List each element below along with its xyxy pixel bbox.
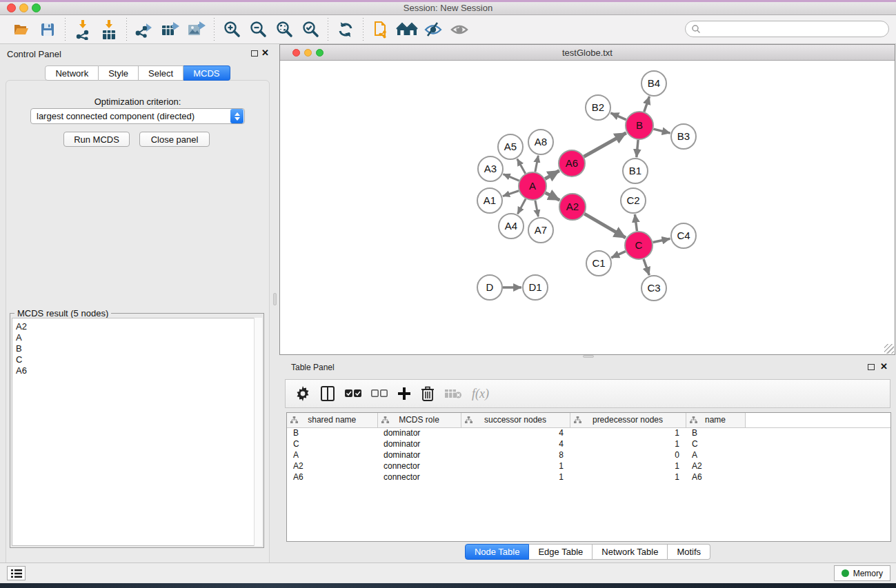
cell-successor-nodes[interactable]: 4 xyxy=(461,427,570,438)
column-header-shared-name[interactable]: shared name xyxy=(287,413,377,427)
column-header-successor-nodes[interactable]: successor nodes xyxy=(461,413,570,427)
float-panel-icon[interactable] xyxy=(251,50,258,57)
tab-network[interactable]: Network xyxy=(45,65,99,81)
cell-predecessor-nodes[interactable]: 0 xyxy=(570,449,686,460)
cell-successor-nodes[interactable]: 8 xyxy=(461,449,570,460)
edge-B-B4[interactable] xyxy=(644,97,650,112)
edge-C-C4[interactable] xyxy=(653,239,670,242)
cell-MCDS-role[interactable]: connector xyxy=(377,472,461,483)
cell-shared-name[interactable]: C xyxy=(287,438,377,449)
table-settings-gear-icon[interactable] xyxy=(295,383,310,404)
mcds-result-item[interactable]: B xyxy=(16,343,255,354)
tab-select[interactable]: Select xyxy=(139,65,183,81)
mcds-result-item[interactable]: C xyxy=(16,354,255,365)
cell-predecessor-nodes[interactable]: 1 xyxy=(570,472,686,483)
mcds-result-list[interactable]: A2ABCA6 xyxy=(12,318,255,546)
cell-successor-nodes[interactable]: 1 xyxy=(461,472,570,483)
deselect-all-rows-icon[interactable] xyxy=(371,383,388,404)
mcds-result-item[interactable]: A2 xyxy=(16,321,255,332)
edge-A6-B[interactable] xyxy=(584,133,626,156)
mcds-list-scrollbar[interactable] xyxy=(254,318,262,546)
save-session-icon[interactable] xyxy=(34,17,61,42)
cell-name[interactable]: A6 xyxy=(686,472,745,483)
table-row[interactable]: Adominator80A xyxy=(287,449,891,460)
cell-shared-name[interactable]: A xyxy=(287,449,377,460)
node-table[interactable]: shared nameMCDS rolesuccessor nodesprede… xyxy=(287,413,891,483)
edge-A-A5[interactable] xyxy=(517,159,526,173)
cell-name[interactable]: C xyxy=(686,438,745,449)
table-row[interactable]: A2connector11A2 xyxy=(287,460,891,472)
column-header-predecessor-nodes[interactable]: predecessor nodes xyxy=(570,413,686,427)
import-table-icon[interactable] xyxy=(96,17,122,42)
edge-A-A8[interactable] xyxy=(535,156,538,172)
cell-shared-name[interactable]: A6 xyxy=(287,472,377,483)
edge-A-A2[interactable] xyxy=(546,193,560,201)
search-field[interactable] xyxy=(685,21,889,37)
zoom-fit-icon[interactable] xyxy=(271,17,297,42)
cell-shared-name[interactable]: A2 xyxy=(287,460,377,472)
edge-B-B2[interactable] xyxy=(610,113,626,120)
column-header-name[interactable]: name xyxy=(686,413,745,427)
tab-network-table[interactable]: Network Table xyxy=(593,544,668,560)
delete-column-trash-icon[interactable] xyxy=(421,383,435,404)
task-history-button[interactable] xyxy=(7,566,26,580)
close-panel-button[interactable]: Close panel xyxy=(139,132,210,147)
tab-mcds[interactable]: MCDS xyxy=(183,65,230,81)
new-network-from-file-icon[interactable] xyxy=(368,17,394,42)
cell-successor-nodes[interactable]: 1 xyxy=(461,460,570,472)
column-header-MCDS-role[interactable]: MCDS role xyxy=(377,413,461,427)
open-file-icon[interactable] xyxy=(8,17,34,42)
cell-shared-name[interactable]: B xyxy=(287,427,377,438)
cell-MCDS-role[interactable]: dominator xyxy=(377,449,461,460)
cell-predecessor-nodes[interactable]: 1 xyxy=(570,438,686,449)
tab-motifs[interactable]: Motifs xyxy=(668,544,710,560)
edge-A-A7[interactable] xyxy=(535,201,538,217)
close-table-panel-icon[interactable]: ✕ xyxy=(880,361,888,372)
edge-C-C1[interactable] xyxy=(611,252,626,258)
add-column-plus-icon[interactable] xyxy=(397,383,411,404)
horizontal-splitter-handle[interactable] xyxy=(583,355,594,358)
edge-A-A6[interactable] xyxy=(545,171,559,179)
home-layout-icon[interactable] xyxy=(394,17,420,42)
zoom-out-icon[interactable] xyxy=(245,17,271,42)
search-input[interactable] xyxy=(701,23,888,35)
select-all-rows-icon[interactable] xyxy=(345,383,361,404)
export-table-icon[interactable] xyxy=(157,17,183,42)
edge-B-B3[interactable] xyxy=(653,129,670,133)
run-mcds-button[interactable]: Run MCDS xyxy=(63,132,130,147)
cell-name[interactable]: B xyxy=(686,427,745,438)
mcds-result-item[interactable]: A xyxy=(16,332,255,343)
table-row[interactable]: A6connector11A6 xyxy=(287,472,891,483)
refresh-icon[interactable] xyxy=(332,17,359,42)
export-image-icon[interactable] xyxy=(183,17,210,42)
edge-A-A3[interactable] xyxy=(504,174,519,181)
edge-C-C2[interactable] xyxy=(635,214,637,231)
edge-A-A1[interactable] xyxy=(503,191,519,196)
cell-MCDS-role[interactable]: connector xyxy=(377,460,461,472)
show-panel-eye-icon[interactable] xyxy=(446,17,472,42)
network-window-titlebar[interactable]: testGlobe.txt xyxy=(280,45,895,61)
memory-button[interactable]: Memory xyxy=(834,565,890,581)
function-builder-icon[interactable]: f(x) xyxy=(472,387,489,401)
optimization-criterion-select[interactable]: largest connected component (directed) xyxy=(30,108,245,124)
import-network-icon[interactable] xyxy=(70,17,96,42)
vertical-splitter-handle[interactable] xyxy=(273,293,277,305)
tab-edge-table[interactable]: Edge Table xyxy=(529,544,593,560)
export-network-icon[interactable] xyxy=(131,17,157,42)
network-graph[interactable]: AA1A2A3A4A5A6A7A8BB1B2B3B4CC1C2C3C4DD1 xyxy=(280,61,895,354)
mcds-result-item[interactable]: A6 xyxy=(16,365,255,376)
edge-A-A4[interactable] xyxy=(517,199,526,214)
tab-node-table[interactable]: Node Table xyxy=(465,544,530,560)
float-table-panel-icon[interactable] xyxy=(868,364,875,370)
cell-name[interactable]: A xyxy=(686,449,745,460)
cell-name[interactable]: A2 xyxy=(686,460,745,472)
tab-style[interactable]: Style xyxy=(99,65,139,81)
cell-predecessor-nodes[interactable]: 1 xyxy=(570,460,686,472)
cell-MCDS-role[interactable]: dominator xyxy=(377,427,461,438)
table-row[interactable]: Bdominator41B xyxy=(287,427,891,438)
hide-panel-eye-slash-icon[interactable] xyxy=(420,17,446,42)
browse-columns-icon[interactable] xyxy=(320,383,335,404)
delete-table-icon[interactable] xyxy=(444,383,462,404)
cell-MCDS-role[interactable]: dominator xyxy=(377,438,461,449)
resize-grip-icon[interactable] xyxy=(884,344,894,354)
